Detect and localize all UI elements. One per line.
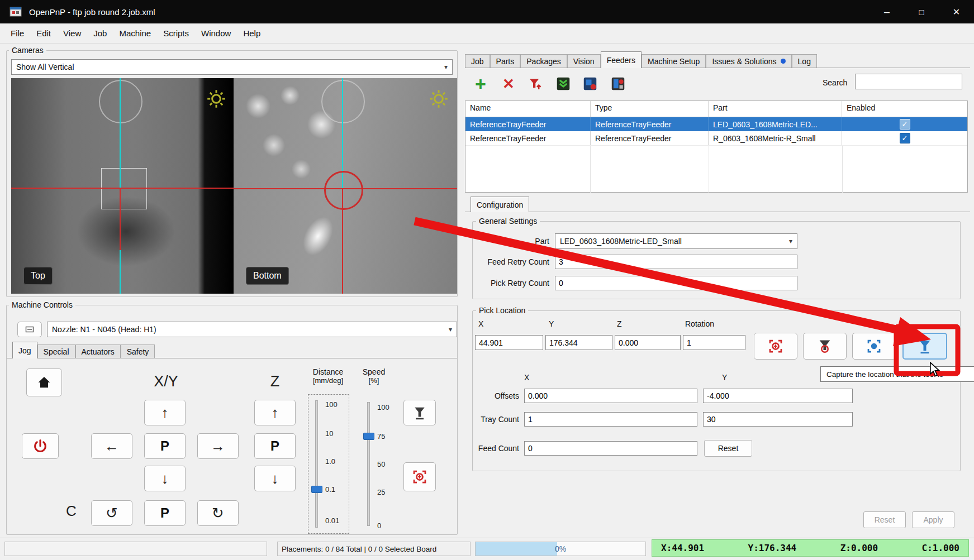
enabled-checkbox[interactable]: ✓ [900,133,910,143]
part-selector-value: LED_0603_1608Metric-LED_Small [560,237,682,246]
position-camera-button[interactable] [403,462,436,491]
menu-window[interactable]: Window [195,28,237,38]
feed-button[interactable] [524,73,547,95]
jog-y-minus-button[interactable]: ↓ [144,466,186,491]
light-icon[interactable] [205,88,227,110]
feed-count-input[interactable] [524,441,697,456]
park-nozzle-button[interactable] [403,400,436,425]
tab-parts[interactable]: Parts [490,54,521,68]
add-feeder-button[interactable]: + [469,73,492,95]
capture-camera-location-button[interactable] [754,333,797,360]
tab-special[interactable]: Special [37,344,75,358]
speed-unit: [%] [354,376,393,385]
close-button[interactable]: ✕ [939,0,974,23]
column-header-part[interactable]: Part [709,101,842,117]
position-xy-button[interactable]: P [144,433,186,459]
pick-button[interactable] [552,73,574,95]
tray-count-y-input[interactable] [703,412,853,427]
cell-part: R_0603_1608Metric-R_Small [709,131,842,145]
tab-configuration[interactable]: Configuration [471,197,529,212]
nozzle-collapse-button[interactable] [17,322,42,337]
position-label: P [270,438,279,454]
pick-x-input[interactable] [475,335,543,350]
position-z-button[interactable]: P [254,433,296,459]
feeder-vision-button[interactable] [607,73,629,95]
power-button[interactable] [22,433,59,459]
speed-tick: 50 [377,460,385,468]
tab-machine-setup[interactable]: Machine Setup [642,54,706,68]
rotate-ccw-icon: ↺ [106,506,118,520]
nozzle-selector[interactable]: Nozzle: N1 - N045 (Head: H1) ▾ [47,322,457,337]
tab-actuators[interactable]: Actuators [75,344,121,358]
speed-slider-groove[interactable] [367,402,370,526]
tab-feeders[interactable]: Feeders [601,51,642,68]
menu-machine[interactable]: Machine [113,28,157,38]
arrow-up-icon: ↑ [161,405,169,420]
jog-x-plus-button[interactable]: → [197,433,239,459]
jog-c-cw-button[interactable]: ↻ [197,500,239,526]
config-reset-button[interactable]: Reset [863,511,906,528]
jog-z-minus-button[interactable]: ↓ [254,466,296,491]
pick-rotation-input[interactable] [683,335,745,350]
part-selector[interactable]: LED_0603_1608Metric-LED_Small ▾ [555,233,797,249]
menu-view[interactable]: View [57,28,87,38]
offsets-y-input[interactable] [703,389,853,403]
light-icon[interactable] [427,88,450,110]
move-camera-to-location-button[interactable] [852,333,896,360]
tab-vision[interactable]: Vision [567,54,601,68]
feed-retry-count-input[interactable] [555,255,797,269]
menu-file[interactable]: File [4,28,30,38]
tab-log[interactable]: Log [792,54,817,68]
speed-slider-thumb[interactable] [363,433,374,440]
jog-y-plus-button[interactable]: ↑ [144,400,186,425]
move-camera-icon [866,338,882,355]
jog-x-minus-button[interactable]: ← [91,433,132,459]
distance-slider-thumb[interactable] [311,486,322,493]
feed-and-pick-button[interactable] [579,73,601,95]
maximize-button[interactable]: □ [904,0,939,23]
tab-safety[interactable]: Safety [121,344,155,358]
pick-z-input[interactable] [615,335,681,350]
remove-feeder-button[interactable]: ✕ [497,73,520,95]
table-row[interactable]: ReferenceTrayFeeder ReferenceTrayFeeder … [465,117,967,131]
config-apply-button[interactable]: Apply [912,511,954,528]
menu-help[interactable]: Help [237,28,267,38]
feed-count-reset-button[interactable]: Reset [704,440,752,457]
search-input[interactable] [855,74,962,89]
home-button[interactable] [26,368,62,396]
column-header-type[interactable]: Type [591,101,709,117]
table-row[interactable]: ReferenceTrayFeeder ReferenceTrayFeeder … [465,131,967,146]
feeder-vision-icon [610,75,626,92]
c-label: C [66,502,77,520]
menu-edit[interactable]: Edit [30,28,57,38]
tab-issues-solutions[interactable]: Issues & Solutions [706,54,791,68]
position-c-button[interactable]: P [144,500,186,526]
plus-icon: + [475,74,486,93]
speed-slider[interactable]: 100 75 50 25 0 [360,398,397,534]
enabled-checkbox[interactable]: ✓ [900,119,910,130]
menu-job[interactable]: Job [87,28,113,38]
camera-feed-top[interactable]: Top [11,78,234,294]
offsets-x-input[interactable] [524,389,697,403]
progress-bar-value: 0% [476,542,645,556]
capture-tool-location-button[interactable] [803,333,847,360]
distance-slider[interactable]: 100 10 1.0 0.1 0.01 [308,394,349,534]
tab-job[interactable]: Job [465,54,490,68]
tray-count-x-input[interactable] [524,412,697,427]
move-tool-to-location-button[interactable] [902,333,947,360]
distance-slider-groove[interactable] [315,400,318,528]
pick-y-input[interactable] [545,335,612,350]
menu-scripts[interactable]: Scripts [157,28,195,38]
camera-view-selector[interactable]: Show All Vertical ▾ [11,59,453,75]
tab-jog[interactable]: Jog [12,342,37,358]
camera-feed-bottom[interactable]: Bottom [234,78,457,294]
column-header-enabled[interactable]: Enabled [842,101,967,117]
camera-capture-icon [411,468,428,485]
jog-c-ccw-button[interactable]: ↺ [91,500,132,526]
pick-retry-count-input[interactable] [555,276,797,290]
minimize-button[interactable]: – [870,0,904,23]
jog-z-plus-button[interactable]: ↑ [254,400,296,425]
pick-retry-count-label: Pick Retry Count [472,279,549,288]
column-header-name[interactable]: Name [465,101,591,117]
tab-packages[interactable]: Packages [520,54,567,68]
